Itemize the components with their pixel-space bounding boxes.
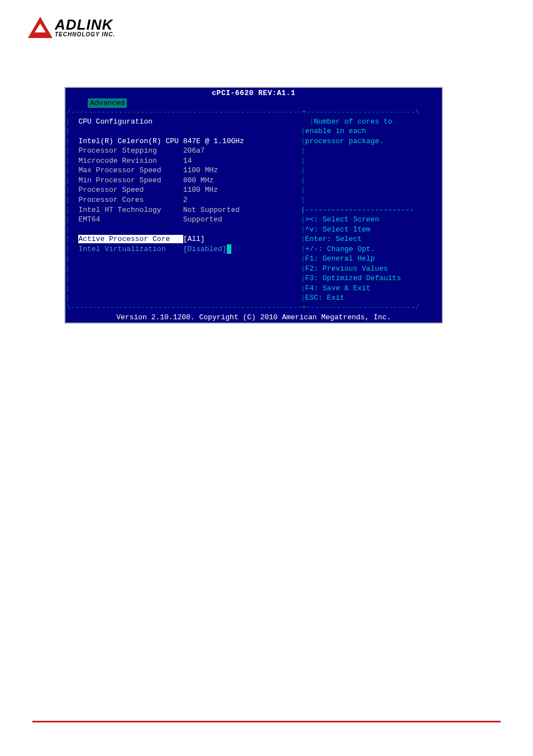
row-nav-f4: | |F4: Save & Exit bbox=[65, 284, 442, 294]
row-blank2: | |^v: Select Item bbox=[65, 225, 442, 235]
logo-main: ADLINK bbox=[55, 17, 115, 32]
row-speed: | Processor Speed 1100 MHz | bbox=[65, 185, 442, 195]
row-stepping: | Processor Stepping 206a7 | bbox=[65, 146, 442, 156]
row-ht: | Intel HT Technology Not Supported |---… bbox=[65, 205, 442, 215]
bios-footer: Version 2.10.1208. Copyright (C) 2010 Am… bbox=[65, 312, 442, 323]
row-minspeed: | Min Processor Speed 800 MHz | bbox=[65, 176, 442, 186]
row-microcode: | Microcode Revision 14 | bbox=[65, 156, 442, 166]
row-cpu-name: | Intel(R) Celeron(R) CPU 847E @ 1.10GHz… bbox=[65, 136, 442, 147]
row-nav-f1: | |F1: General Help bbox=[65, 254, 442, 264]
bios-top-border: /---------------------------------------… bbox=[65, 108, 442, 117]
row-nav-esc: | |ESC: Exit bbox=[65, 293, 442, 303]
logo-sub: TECHNOLOGY INC. bbox=[55, 32, 115, 37]
tab-advanced[interactable]: Advanced bbox=[88, 98, 127, 108]
row-blank: | |enable in each bbox=[65, 126, 442, 136]
row-nav-f2: | |F2: Previous Values bbox=[65, 264, 442, 274]
logo-triangle-icon bbox=[28, 17, 53, 38]
row-emt64: | EMT64 Supported |><: Select Screen bbox=[65, 215, 442, 225]
row-active-core[interactable]: | Active Processor Core [All] |Enter: Se… bbox=[65, 234, 442, 244]
adlink-logo: ADLINK TECHNOLOGY INC. bbox=[28, 17, 115, 38]
bios-title: cPCI-6620 REV:A1.1 bbox=[65, 88, 442, 98]
row-cores: | Processor Cores 2 | bbox=[65, 195, 442, 205]
row-maxspeed: | Max Processor Speed 1100 MHz | bbox=[65, 166, 442, 176]
row-virtualization[interactable]: | Intel Virtualization [Disabled] |+/-: … bbox=[65, 244, 442, 254]
page-footer-rule bbox=[32, 721, 501, 722]
bios-screenshot: cPCI-6620 REV:A1.1 Advanced /-----------… bbox=[64, 87, 443, 324]
bios-bottom-border: \---------------------------------------… bbox=[65, 303, 442, 312]
bios-tab-row: Advanced bbox=[65, 98, 442, 108]
row-nav-f3: | |F3: Optimized Defaults bbox=[65, 273, 442, 284]
row-heading: | CPU Configuration |Number of cores to bbox=[65, 117, 442, 127]
logo-text: ADLINK TECHNOLOGY INC. bbox=[55, 17, 115, 37]
